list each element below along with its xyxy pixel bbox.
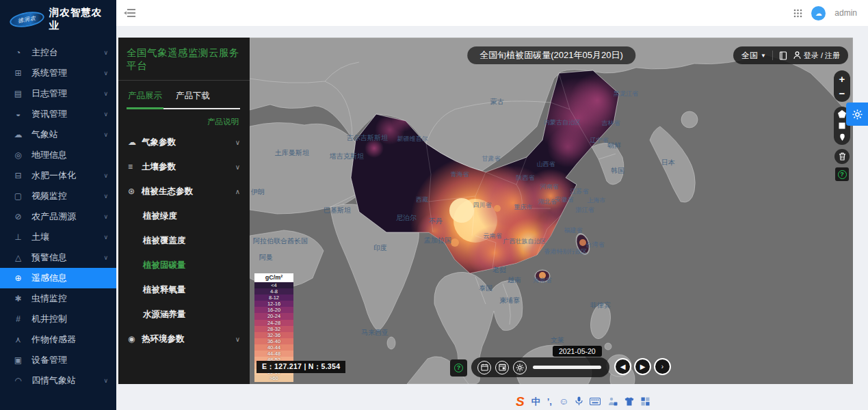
sidebar-item-remote-sensing-info[interactable]: ⊕遥感信息 (0, 268, 116, 288)
sidebar-item-device-management[interactable]: ▣设备管理 (0, 350, 116, 370)
legend-entry: 28-32 (254, 326, 293, 332)
sidebar-item-label: 预警信息 (31, 251, 103, 264)
well-control-icon: # (12, 314, 24, 324)
ime-language-toggle[interactable]: 中 (531, 397, 540, 406)
legend-entry: 44-48 (254, 351, 293, 357)
chevron-down-icon: ∨ (103, 254, 108, 261)
map-settings-flyout-button[interactable] (846, 102, 868, 126)
sidebar-item-label: 机井控制 (31, 313, 108, 325)
time-slider[interactable] (533, 366, 601, 369)
sidebar-item-warning-info[interactable]: △预警信息∨ (0, 247, 116, 268)
geographic-info-icon: ◎ (12, 150, 24, 160)
question-icon: ? (838, 170, 847, 179)
legend-entry: >60 (254, 375, 293, 381)
legend-entry: 24-28 (254, 320, 293, 326)
sidebar-item-label: 系统管理 (31, 67, 103, 79)
chevron-down-icon: ▼ (761, 53, 766, 59)
product-doc-link[interactable]: 产品说明 (118, 117, 239, 127)
tree-item[interactable]: 植被释氧量 (128, 277, 240, 302)
login-register-button[interactable]: 登录 / 注册 (793, 51, 840, 61)
chevron-up-icon: ∧ (235, 188, 240, 195)
sidebar-item-geographic-info[interactable]: ◎地理信息 (0, 145, 116, 165)
ime-voice-button[interactable] (575, 396, 583, 406)
sidebar-item-soil[interactable]: ⊥土壤∨ (0, 227, 116, 247)
question-icon: ? (454, 364, 463, 372)
device-management-icon: ▣ (12, 355, 24, 365)
settings-button[interactable] (513, 361, 527, 374)
marker-tool-icon[interactable] (839, 133, 846, 141)
zoom-out-button[interactable]: − (839, 88, 845, 98)
crop-sensor-icon: ⋏ (12, 335, 24, 344)
tree-group-label: 气象参数 (142, 137, 235, 148)
sidebar-item-produce-traceability[interactable]: ⊘农产品溯源∨ (0, 206, 116, 227)
soil-icon: ⊥ (12, 232, 24, 242)
ime-emoji-button[interactable]: ☺ (559, 396, 568, 406)
sidebar-item-label: 资讯管理 (31, 108, 103, 120)
legend-entry: 8-12 (254, 295, 293, 301)
gear-icon (852, 109, 863, 120)
chevron-down-icon: ∨ (103, 377, 108, 384)
user-avatar[interactable]: ☁ (811, 6, 826, 20)
tree-item[interactable]: 植被绿度 (128, 204, 240, 228)
play-button[interactable]: ▶ (634, 358, 651, 375)
legend-entry: 40-44 (254, 344, 293, 351)
step-back-button[interactable]: ◀ (614, 358, 631, 375)
apps-grid-icon[interactable] (793, 9, 802, 18)
sidebar-item-pest-monitoring[interactable]: ✱虫情监控 (0, 288, 116, 309)
clear-trash-button[interactable] (834, 149, 850, 164)
tree-group-thermal-env-params[interactable]: ◉热环境参数∨ (128, 327, 240, 351)
brand-title: 润农智慧农业 (49, 6, 111, 32)
sidebar-item-water-fertilizer[interactable]: ⊟水肥一体化∨ (0, 165, 116, 186)
soil-params-icon: ≡ (128, 162, 142, 172)
sidebar-item-video-monitoring[interactable]: ▢视频监控∨ (0, 186, 116, 206)
sidebar-item-label: 虫情监控 (31, 292, 108, 305)
rectangle-tool-icon[interactable] (839, 122, 845, 129)
sidebar-item-label: 设备管理 (31, 354, 108, 366)
topbar: ☁ admin (116, 0, 868, 26)
ime-punctuation-toggle[interactable]: ’, (547, 397, 552, 406)
product-tree: ☁气象参数∨≡土壤参数∨⊛植被生态参数∧植被绿度植被覆盖度植被固碳量植被释氧量水… (118, 128, 250, 353)
sidebar-item-crop-sensor[interactable]: ⋏作物传感器 (0, 329, 116, 350)
chevron-down-icon: ∨ (235, 336, 240, 343)
calendar-button[interactable] (477, 361, 491, 374)
sogou-logo-icon[interactable]: S (516, 395, 525, 408)
ime-keyboard-button[interactable] (590, 398, 601, 405)
tab-1[interactable]: 产品下载 (176, 90, 210, 108)
zoom-in-button[interactable]: + (839, 74, 845, 84)
tab-0[interactable]: 产品展示 (128, 90, 162, 108)
ime-skin-person-button[interactable] (607, 397, 618, 406)
tree-item[interactable]: 植被固碳量 (128, 253, 240, 277)
help-button-bottom[interactable]: ? (450, 359, 467, 377)
tree-group-soil-params[interactable]: ≡土壤参数∨ (128, 154, 240, 179)
sidebar-item-dashboard[interactable]: ◔主控台∨ (0, 42, 116, 63)
sidebar-item-label: 遥感信息 (31, 272, 108, 284)
sidebar-item-log-management[interactable]: ▤日志管理∨ (0, 83, 116, 104)
ime-toolbox-grid-button[interactable] (641, 397, 650, 406)
tree-item[interactable]: 植被覆盖度 (128, 228, 240, 253)
map-container[interactable]: 蒙古吉尔吉斯斯坦塔吉克斯坦土库曼斯坦伊朗巴基斯坦印度尼泊尔不丹孟加拉国阿拉伯联合… (250, 38, 853, 384)
region-selector[interactable]: 全国▼ (741, 50, 766, 62)
tree-group-vegetation-eco-params[interactable]: ⊛植被生态参数∧ (128, 179, 240, 204)
username[interactable]: admin (834, 8, 857, 18)
step-forward-button[interactable]: › (654, 358, 671, 375)
help-button-right[interactable]: ? (835, 167, 849, 181)
map-canvas[interactable] (250, 38, 853, 384)
sidebar-item-system-management[interactable]: ⊞系统管理∨ (0, 63, 116, 83)
date-select-button[interactable] (495, 361, 509, 374)
chevron-down-icon: ∨ (103, 90, 108, 97)
chevron-down-icon: ∨ (103, 193, 108, 200)
sidebar-collapse-icon[interactable] (122, 5, 138, 21)
tree-item[interactable]: 水源涵养量 (128, 302, 240, 327)
tree-group-weather-params[interactable]: ☁气象参数∨ (128, 130, 240, 154)
chevron-down-icon: ∨ (103, 49, 108, 56)
sidebar-item-well-control[interactable]: #机井控制 (0, 309, 116, 329)
sidebar-item-label: 地理信息 (31, 149, 108, 161)
sidebar-item-news-management[interactable]: ◒资讯管理∨ (0, 104, 116, 124)
sidebar-item-weather-station[interactable]: ☁气象站∨ (0, 124, 116, 145)
tree-group-label: 植被生态参数 (142, 186, 235, 197)
polygon-tool-icon[interactable] (838, 110, 846, 118)
manual-book-icon[interactable] (779, 51, 787, 60)
sidebar-item-four-factor-station[interactable]: ◠四情气象站∨ (0, 370, 116, 391)
ime-wardrobe-button[interactable] (624, 397, 634, 406)
sidebar-menu: ◔主控台∨⊞系统管理∨▤日志管理∨◒资讯管理∨☁气象站∨◎地理信息⊟水肥一体化∨… (0, 42, 116, 391)
